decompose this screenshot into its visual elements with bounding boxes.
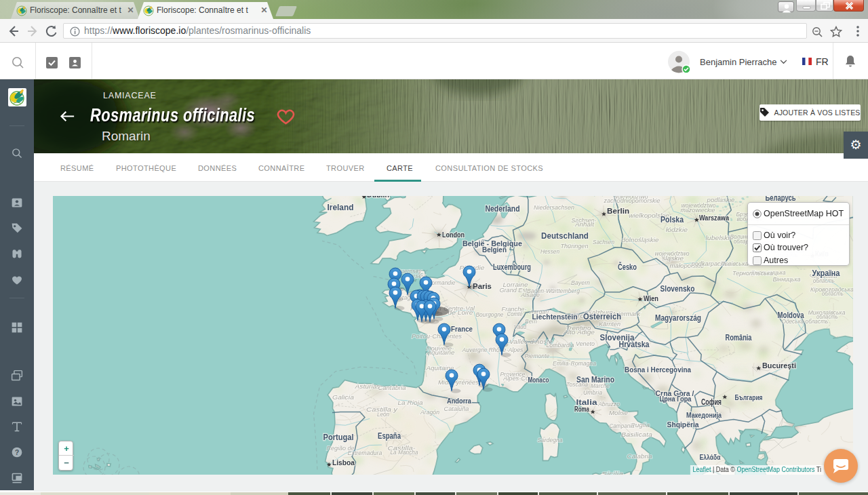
- svg-text:województwo: województwo: [682, 201, 716, 209]
- svg-text:Wien: Wien: [644, 294, 658, 302]
- svg-text:Україна: Україна: [812, 269, 841, 278]
- svg-text:Liechtenstein: Liechtenstein: [532, 313, 578, 321]
- svg-text:България: България: [735, 393, 763, 401]
- svg-text:?: ?: [15, 448, 20, 456]
- svg-text:Львівська: Львівська: [720, 260, 749, 267]
- svg-text:Belgien: Belgien: [482, 245, 507, 254]
- svg-text:Warszawa: Warszawa: [699, 214, 730, 222]
- svg-text:Moldova: Moldova: [778, 311, 804, 320]
- svg-text:Campania: Campania: [610, 422, 635, 429]
- svg-text:Picardie: Picardie: [460, 264, 485, 271]
- svg-text:dolnośląskie: dolnośląskie: [622, 236, 659, 243]
- svg-text:Midi-Pyrénées: Midi-Pyrénées: [438, 378, 479, 386]
- svg-text:Hrvatska: Hrvatska: [619, 340, 650, 349]
- svg-text:Monaco: Monaco: [528, 376, 549, 384]
- svg-text:Emilia-Romagna: Emilia-Romagna: [553, 359, 596, 367]
- svg-text:Aquitaine: Aquitaine: [425, 364, 454, 372]
- svg-text:Abruzzo: Abruzzo: [597, 400, 620, 408]
- svg-text:Pays de la: Pays de la: [410, 304, 441, 312]
- svg-text:Anhalt: Anhalt: [574, 220, 594, 228]
- svg-text:Црна Гора: Црна Гора: [660, 395, 692, 403]
- svg-text:Sardegna: Sardegna: [538, 436, 563, 443]
- svg-text:София: София: [701, 397, 722, 407]
- svg-text:Bosna i Hercegovina: Bosna i Hercegovina: [625, 365, 692, 374]
- svg-text:France: France: [451, 325, 473, 333]
- svg-text:Sicilia: Sicilia: [601, 470, 623, 475]
- svg-text:Вінницька: Вінницька: [773, 275, 801, 283]
- svg-text:Polska: Polska: [660, 215, 684, 224]
- svg-text:Bayern: Bayern: [571, 279, 590, 286]
- svg-text:London: London: [442, 231, 465, 239]
- svg-text:Deutschland: Deutschland: [541, 231, 589, 241]
- svg-text:România: România: [726, 333, 752, 342]
- svg-text:zachodniopomorskie: zachodniopomorskie: [604, 197, 660, 204]
- svg-text:Normandie: Normandie: [428, 279, 456, 286]
- svg-text:śląskie: śląskie: [662, 254, 684, 262]
- svg-text:Thüringen: Thüringen: [561, 242, 589, 250]
- svg-text:lubelskie: lubelskie: [706, 234, 734, 241]
- svg-text:Македонија: Македонија: [686, 411, 722, 419]
- svg-text:Cataluña: Cataluña: [444, 405, 469, 412]
- svg-text:de Loire: de Loire: [448, 309, 473, 316]
- svg-text:Cantabria: Cantabria: [378, 384, 406, 391]
- svg-text:Roma: Roma: [574, 405, 590, 413]
- svg-text:Alto Adige: Alto Adige: [563, 328, 595, 336]
- svg-text:Lombardia: Lombardia: [547, 341, 574, 349]
- svg-text:Bucureşti: Bucureşti: [762, 361, 796, 370]
- svg-text:Jersey: Jersey: [406, 272, 426, 279]
- svg-text:Hessen: Hessen: [540, 248, 559, 255]
- svg-text:San Marino: San Marino: [576, 375, 614, 384]
- svg-text:Basilicata: Basilicata: [621, 431, 652, 438]
- svg-text:Umbria: Umbria: [583, 389, 602, 396]
- svg-text:Comté: Comté: [507, 310, 523, 317]
- svg-text:Bourgogne: Bourgogne: [476, 311, 504, 318]
- svg-text:Paris: Paris: [473, 282, 492, 290]
- svg-text:Rhône-Alpes: Rhône-Alpes: [489, 346, 524, 353]
- svg-text:Тернопільська: Тернопільська: [732, 269, 773, 277]
- svg-text:łódzkie: łódzkie: [666, 226, 688, 233]
- svg-text:Região de: Região de: [327, 444, 355, 452]
- svg-text:область: область: [822, 290, 844, 297]
- svg-text:Slovensko: Slovensko: [660, 284, 695, 294]
- svg-text:Ελλάδα: Ελλάδα: [700, 453, 721, 461]
- svg-text:Veneto: Veneto: [576, 340, 595, 347]
- svg-text:Österreich: Österreich: [583, 311, 621, 321]
- svg-text:Shqipëria: Shqipëria: [667, 420, 700, 429]
- svg-text:Nederland: Nederland: [486, 204, 520, 214]
- svg-text:Molise: Molise: [609, 409, 628, 416]
- svg-text:Asturias: Asturias: [354, 382, 380, 390]
- svg-text:Baden-Württemberg: Baden-Württemberg: [527, 287, 580, 294]
- svg-text:Magyarország: Magyarország: [655, 313, 701, 323]
- svg-text:Andorra: Andorra: [447, 397, 472, 405]
- svg-text:Lisboa: Lisboa: [332, 458, 355, 467]
- svg-text:Aragón: Aragón: [420, 408, 439, 416]
- svg-text:Calabria: Calabria: [627, 452, 652, 460]
- svg-text:Ireland: Ireland: [328, 203, 354, 212]
- svg-text:Auvergne: Auvergne: [462, 346, 488, 353]
- svg-text:Galicia: Galicia: [332, 393, 354, 401]
- svg-text:Vaud: Vaud: [514, 323, 527, 330]
- svg-text:Česko: Česko: [618, 262, 637, 272]
- svg-text:Bretagne: Bretagne: [393, 294, 418, 301]
- svg-text:Aquitaine: Aquitaine: [426, 349, 454, 356]
- svg-text:Dublin: Dublin: [367, 196, 389, 199]
- svg-text:Piemonte: Piemonte: [525, 352, 550, 359]
- svg-text:Sachsen: Sachsen: [593, 238, 614, 245]
- svg-text:León: León: [377, 410, 389, 418]
- svg-text:Poitou-Charentes: Poitou-Charentes: [412, 332, 462, 340]
- svg-text:España: España: [378, 431, 401, 441]
- svg-text:La Rioja: La Rioja: [398, 399, 423, 406]
- svg-text:Luxembourg: Luxembourg: [493, 262, 531, 272]
- svg-text:La Mancha: La Mancha: [391, 448, 418, 456]
- svg-text:Portugal: Portugal: [323, 433, 354, 442]
- svg-text:Niedersachsen: Niedersachsen: [534, 203, 574, 211]
- svg-text:Berlin: Berlin: [607, 207, 629, 215]
